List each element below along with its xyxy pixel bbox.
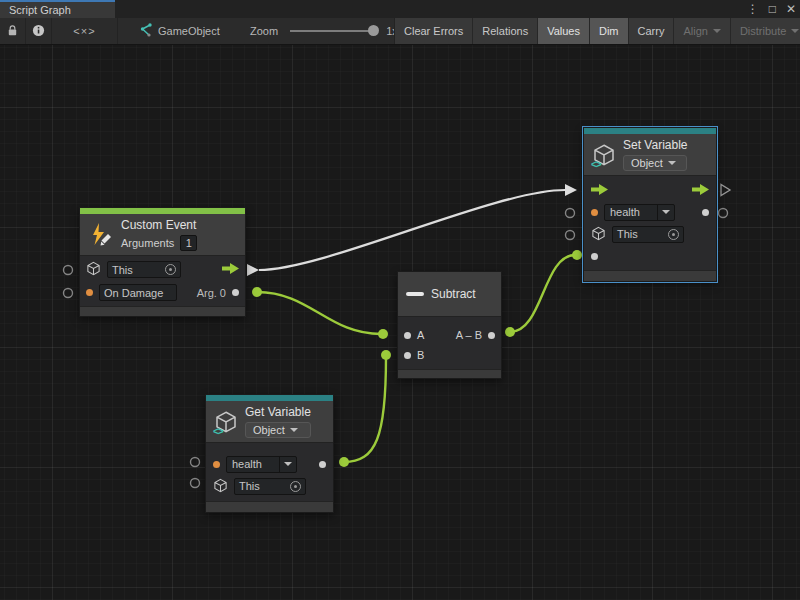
- target-object-field[interactable]: This: [612, 226, 684, 243]
- chevron-down-icon: [662, 210, 670, 214]
- relations-button[interactable]: Relations: [473, 18, 538, 44]
- unconnected-port[interactable]: [191, 479, 200, 488]
- tab-label: Script Graph: [9, 4, 71, 16]
- node-header: Subtract: [398, 272, 501, 317]
- custom-event-icon: [88, 221, 114, 249]
- node-title: Subtract: [431, 287, 476, 301]
- target-object-field[interactable]: This: [234, 478, 306, 495]
- wire-endpoint[interactable]: [505, 327, 515, 337]
- carry-button[interactable]: Carry: [629, 18, 675, 44]
- variable-name-port[interactable]: [213, 461, 220, 468]
- cube-icon: [86, 261, 101, 278]
- output-label: A – B: [456, 329, 482, 341]
- object-picker-icon[interactable]: [668, 229, 679, 240]
- graph-canvas[interactable]: Custom Event Arguments 1 This: [0, 45, 800, 600]
- new-value-in-port[interactable]: [591, 253, 598, 260]
- dim-button[interactable]: Dim: [590, 18, 629, 44]
- unconnected-port[interactable]: [191, 458, 200, 467]
- variable-scope-dropdown[interactable]: Object: [245, 422, 311, 438]
- target-object-field[interactable]: This: [107, 261, 181, 278]
- arg-out-label: Arg. 0: [197, 287, 226, 299]
- object-picker-icon[interactable]: [290, 481, 301, 492]
- input-a-label: A: [417, 329, 424, 341]
- flow-in-port[interactable]: [591, 184, 608, 197]
- node-title: Set Variable: [623, 138, 687, 152]
- arguments-label: Arguments: [121, 237, 174, 249]
- window-tab-bar: Script Graph ⋮ □ ✕: [0, 0, 800, 18]
- value-wire-sub-to-set: [510, 255, 575, 332]
- flow-out-port[interactable]: [222, 263, 239, 276]
- arg-out-port[interactable]: [232, 289, 239, 296]
- node-header: Get Variable Object: [206, 401, 333, 443]
- unconnected-port[interactable]: [64, 289, 73, 298]
- variable-badge-icon: [591, 159, 601, 170]
- value-wire-get-to-b: [344, 357, 386, 462]
- graph-toolbar: <×> GameObject Zoom 1x Clear Errors Rela…: [0, 18, 800, 45]
- event-name-field[interactable]: On Damage: [99, 284, 177, 301]
- zoom-slider-knob[interactable]: [368, 25, 379, 36]
- node-header: Custom Event Arguments 1: [80, 214, 245, 256]
- window-maximize-icon[interactable]: □: [769, 0, 776, 18]
- flow-wire-start-arrow: [247, 264, 259, 276]
- node-custom-event[interactable]: Custom Event Arguments 1 This: [79, 207, 246, 317]
- flow-out-port[interactable]: [692, 184, 709, 197]
- variable-scope-dropdown[interactable]: Object: [623, 155, 687, 171]
- node-subtract[interactable]: Subtract A A – B B: [397, 271, 502, 379]
- chevron-down-icon: [668, 161, 676, 165]
- variable-cube-icon: [592, 143, 616, 167]
- unity-script-graph-window: Script Graph ⋮ □ ✕ <×> GameObject: [0, 0, 800, 600]
- window-controls: ⋮ □ ✕: [747, 0, 796, 18]
- event-name-port[interactable]: [86, 289, 93, 296]
- graph-owner[interactable]: GameObject: [138, 18, 220, 44]
- window-close-icon[interactable]: ✕: [786, 0, 796, 18]
- lock-button[interactable]: [0, 18, 26, 44]
- input-a-port[interactable]: [404, 332, 411, 339]
- node-set-variable[interactable]: Set Variable Object: [583, 127, 717, 282]
- input-b-port[interactable]: [404, 352, 411, 359]
- node-footer: [398, 369, 501, 378]
- code-icon: <×>: [73, 25, 95, 37]
- wire-endpoint[interactable]: [339, 457, 349, 467]
- unconnected-port[interactable]: [64, 266, 73, 275]
- clear-errors-button[interactable]: Clear Errors: [395, 18, 473, 44]
- wire-endpoint[interactable]: [252, 287, 262, 297]
- lock-icon: [6, 24, 19, 39]
- zoom-slider[interactable]: [290, 30, 376, 32]
- window-menu-icon[interactable]: ⋮: [747, 0, 759, 18]
- node-get-variable[interactable]: Get Variable Object health: [205, 394, 334, 513]
- node-footer: [584, 270, 716, 281]
- value-out-port[interactable]: [319, 461, 326, 468]
- variable-name-dropdown[interactable]: health: [226, 456, 297, 473]
- zoom-label: Zoom: [250, 25, 278, 37]
- graph-icon: [138, 23, 152, 39]
- tab-script-graph[interactable]: Script Graph: [0, 0, 115, 18]
- toolbar-buttons: Clear Errors Relations Values Dim Carry …: [394, 18, 800, 44]
- object-picker-icon[interactable]: [165, 264, 176, 275]
- info-button[interactable]: [26, 18, 52, 44]
- unconnected-port[interactable]: [719, 209, 728, 218]
- chevron-down-icon: [290, 428, 298, 432]
- chevron-down-icon: [791, 29, 799, 33]
- subtract-icon: [406, 292, 424, 296]
- node-title: Custom Event: [121, 218, 197, 232]
- wire-endpoint[interactable]: [381, 350, 391, 360]
- unconnected-flow-port[interactable]: [721, 185, 730, 196]
- node-header: Set Variable Object: [584, 134, 716, 176]
- align-dropdown[interactable]: Align: [674, 18, 730, 44]
- unconnected-port[interactable]: [566, 209, 575, 218]
- unconnected-port[interactable]: [566, 231, 575, 240]
- wire-endpoint[interactable]: [572, 250, 582, 260]
- node-title: Get Variable: [245, 405, 311, 419]
- arguments-input[interactable]: 1: [180, 235, 197, 251]
- variable-name-port[interactable]: [591, 209, 598, 216]
- variable-badge-icon: [213, 426, 223, 437]
- edit-graph-button[interactable]: <×>: [52, 18, 118, 44]
- output-port[interactable]: [488, 332, 495, 339]
- values-button[interactable]: Values: [538, 18, 590, 44]
- distribute-dropdown[interactable]: Distribute: [731, 18, 800, 44]
- value-out-port[interactable]: [702, 209, 709, 216]
- info-icon: [32, 24, 45, 39]
- input-b-label: B: [417, 349, 424, 361]
- wire-endpoint[interactable]: [378, 329, 388, 339]
- variable-name-dropdown[interactable]: health: [604, 204, 675, 221]
